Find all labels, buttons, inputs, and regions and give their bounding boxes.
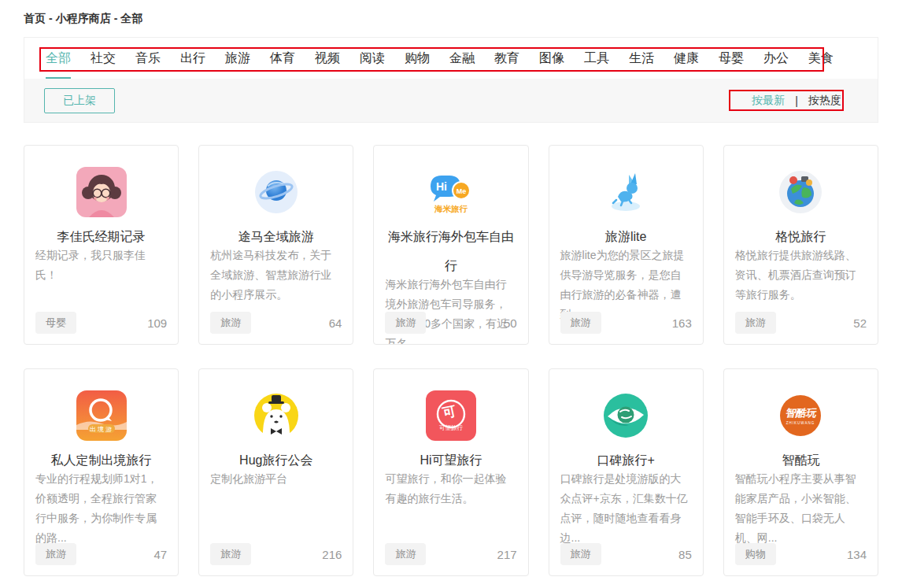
svg-text:海米旅行: 海米旅行 xyxy=(434,204,468,213)
tab-office[interactable]: 办公 xyxy=(763,50,789,79)
app-description: 智酷玩小程序主要从事智能家居产品，小米智能、智能手环及、口袋无人机、网... xyxy=(724,469,878,548)
usage-count: 64 xyxy=(329,316,342,330)
card-footer: 旅游 217 xyxy=(385,543,516,565)
app-description: 专业的行程规划师1对1，价额透明，全程旅行管家行中服务，为你制作专属的路... xyxy=(24,469,178,548)
bear-icon xyxy=(251,390,301,441)
svg-text:ZHIKUWANG: ZHIKUWANG xyxy=(786,421,815,425)
card-footer: 旅游 85 xyxy=(560,543,692,565)
sort-options: 按最新 | 按热度 xyxy=(752,94,841,108)
category-tabs: 全部 社交 音乐 出行 旅游 体育 视频 阅读 购物 金融 教育 图像 工具 生… xyxy=(24,38,878,79)
usage-count: 50 xyxy=(504,316,517,330)
breadcrumb-store[interactable]: 小程序商店 xyxy=(56,12,111,24)
breadcrumb-current: 全部 xyxy=(120,12,142,24)
app-description: 格悦旅行提供旅游线路、资讯、机票酒店查询预订等旅行服务。 xyxy=(724,246,878,305)
sort-divider: | xyxy=(795,94,798,107)
card-footer: 旅游 50 xyxy=(385,312,516,334)
app-card[interactable]: 旅游lite 旅游lite为您的景区之旅提供导游导览服务，是您自由行旅游的必备神… xyxy=(549,145,704,345)
app-card[interactable]: 格悦旅行 格悦旅行提供旅游线路、资讯、机票酒店查询预订等旅行服务。 旅游 52 xyxy=(723,145,878,345)
tab-video[interactable]: 视频 xyxy=(315,50,340,79)
svg-text:可望旅行: 可望旅行 xyxy=(439,424,464,431)
card-footer: 母婴 109 xyxy=(35,312,167,334)
tab-mother-baby[interactable]: 母婴 xyxy=(719,50,744,79)
app-description: 海米旅行海外包车自由行境外旅游包车司导服务，在全球50多个国家，有近万名... xyxy=(374,275,527,345)
filter-panel: 全部 社交 音乐 出行 旅游 体育 视频 阅读 购物 金融 教育 图像 工具 生… xyxy=(24,37,878,123)
svg-text:出境游: 出境游 xyxy=(90,426,113,433)
category-tag[interactable]: 旅游 xyxy=(735,312,776,334)
category-tag[interactable]: 旅游 xyxy=(385,543,426,565)
app-description: 定制化旅游平台 xyxy=(199,469,353,489)
tab-music[interactable]: 音乐 xyxy=(135,50,161,79)
tab-tools[interactable]: 工具 xyxy=(584,50,609,79)
tab-shopping[interactable]: 购物 xyxy=(405,50,430,79)
svg-text:智酷玩: 智酷玩 xyxy=(786,407,818,419)
breadcrumb: 首页-小程序商店-全部 xyxy=(0,0,902,26)
breadcrumb-separator: - xyxy=(111,12,121,24)
category-tag[interactable]: 旅游 xyxy=(560,312,601,334)
tab-travel[interactable]: 旅游 xyxy=(225,50,250,79)
app-card[interactable]: 可 可望旅行 Hi可望旅行 可望旅行，和你一起体验有趣的旅行生活。 旅游 217 xyxy=(373,368,528,576)
tab-image[interactable]: 图像 xyxy=(539,50,564,79)
svg-text:Me: Me xyxy=(457,187,467,195)
tab-all[interactable]: 全部 xyxy=(46,50,71,79)
category-tag[interactable]: 旅游 xyxy=(210,312,251,334)
tab-transport[interactable]: 出行 xyxy=(180,50,205,79)
card-footer: 购物 134 xyxy=(735,543,867,565)
tab-life[interactable]: 生活 xyxy=(629,50,654,79)
tab-sports[interactable]: 体育 xyxy=(270,50,295,79)
eye-globe-icon xyxy=(601,390,651,441)
app-card[interactable]: 李佳氏经期记录 经期记录，我只服李佳氏！ 母婴 109 xyxy=(24,145,179,345)
app-card[interactable]: Hug旅行公会 定制化旅游平台 旅游 216 xyxy=(198,368,353,576)
blue-planet-icon xyxy=(251,167,301,217)
category-tag[interactable]: 旅游 xyxy=(385,312,426,334)
sort-by-newest[interactable]: 按最新 xyxy=(752,94,785,108)
usage-count: 163 xyxy=(672,316,692,330)
app-card[interactable]: 智酷玩 ZHIKUWANG 智酷玩 智酷玩小程序主要从事智能家居产品，小米智能、… xyxy=(723,368,878,576)
app-description: 杭州途马科技发布，关于全域旅游、智慧旅游行业的小程序展示。 xyxy=(199,246,353,305)
usage-count: 134 xyxy=(847,548,867,561)
blue-rabbit-icon xyxy=(601,167,651,217)
chat-bubbles-icon: Hi Me 海米旅行 xyxy=(426,167,476,217)
outbound-bubble-icon: 出境游 xyxy=(76,390,127,441)
app-card-grid: 李佳氏经期记录 经期记录，我只服李佳氏！ 母婴 109 途马全域旅游 杭州途马科… xyxy=(24,145,878,576)
category-tag[interactable]: 旅游 xyxy=(210,543,251,565)
usage-count: 52 xyxy=(853,316,867,330)
card-footer: 旅游 163 xyxy=(560,312,692,334)
category-tag[interactable]: 旅游 xyxy=(560,543,601,565)
filter-row: 已上架 按最新 | 按热度 xyxy=(24,79,878,122)
app-description: 经期记录，我只服李佳氏！ xyxy=(24,246,178,285)
usage-count: 85 xyxy=(678,548,692,561)
category-tag[interactable]: 购物 xyxy=(735,543,776,565)
usage-count: 47 xyxy=(154,548,168,561)
on-shelf-filter-button[interactable]: 已上架 xyxy=(44,88,115,113)
app-card[interactable]: Hi Me 海米旅行 海米旅行海外包车自由行 海米旅行海外包车自由行境外旅游包车… xyxy=(373,145,528,345)
tab-education[interactable]: 教育 xyxy=(494,50,519,79)
tab-health[interactable]: 健康 xyxy=(674,50,699,79)
breadcrumb-separator: - xyxy=(46,12,56,24)
card-footer: 旅游 64 xyxy=(210,312,342,334)
usage-count: 109 xyxy=(147,316,167,330)
usage-count: 217 xyxy=(497,548,517,561)
card-footer: 旅游 216 xyxy=(210,543,342,565)
card-footer: 旅游 52 xyxy=(735,312,867,334)
breadcrumb-home[interactable]: 首页 xyxy=(24,12,46,24)
app-card[interactable]: 口碑旅行+ 口碑旅行是处境游版的大众点评+京东，汇集数十亿点评，随时随地查看看身… xyxy=(549,368,704,576)
earth-globe-icon xyxy=(775,167,826,217)
tab-social[interactable]: 社交 xyxy=(91,50,116,79)
usage-count: 216 xyxy=(322,548,342,561)
category-tag[interactable]: 母婴 xyxy=(35,312,76,334)
tab-reading[interactable]: 阅读 xyxy=(360,50,385,79)
sort-by-hottest[interactable]: 按热度 xyxy=(808,94,841,108)
category-tag[interactable]: 旅游 xyxy=(35,543,76,565)
girl-avatar-icon xyxy=(76,167,127,217)
tab-food[interactable]: 美食 xyxy=(808,50,834,79)
card-footer: 旅游 47 xyxy=(35,543,167,565)
app-card[interactable]: 出境游 私人定制出境旅行 专业的行程规划师1对1，价额透明，全程旅行管家行中服务… xyxy=(24,368,179,576)
app-card[interactable]: 途马全域旅游 杭州途马科技发布，关于全域旅游、智慧旅游行业的小程序展示。 旅游 … xyxy=(198,145,353,345)
app-title: 海米旅行海外包车自由行 xyxy=(374,222,527,280)
app-description: 可望旅行，和你一起体验有趣的旅行生活。 xyxy=(374,469,527,508)
tab-finance[interactable]: 金融 xyxy=(449,50,475,79)
zhikuwan-circle-icon: 智酷玩 ZHIKUWANG xyxy=(775,390,826,441)
app-description: 口碑旅行是处境游版的大众点评+京东，汇集数十亿点评，随时随地查看看身边... xyxy=(549,469,703,548)
svg-text:Hi: Hi xyxy=(436,180,447,193)
kewang-circle-icon: 可 可望旅行 xyxy=(426,390,476,441)
